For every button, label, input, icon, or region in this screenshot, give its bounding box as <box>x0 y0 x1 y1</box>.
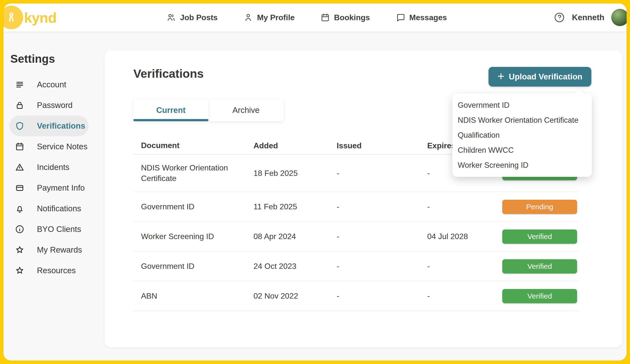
nav-right: Kenneth <box>554 3 620 31</box>
sidebar-list: Account Password Verifications Service N… <box>4 74 104 281</box>
header-document: Document <box>134 140 254 151</box>
credit-card-icon <box>15 183 24 193</box>
sidebar-item-label: Verifications <box>37 121 85 131</box>
nav-item-label: My Profile <box>257 13 294 22</box>
tab-current[interactable]: Current <box>134 99 208 121</box>
avatar[interactable] <box>611 9 626 26</box>
cell-issued: - <box>337 202 427 211</box>
sidebar-item-incidents[interactable]: Incidents <box>9 157 88 178</box>
sidebar-item-account[interactable]: Account <box>9 74 88 95</box>
nav-item-job-posts[interactable]: Job Posts <box>166 12 218 22</box>
calendar-icon <box>15 142 24 151</box>
cell-issued: - <box>337 292 427 301</box>
sidebar-item-label: Payment Info <box>37 183 85 193</box>
nav-item-label: Messages <box>409 13 447 22</box>
menu-item-ndis-worker-orientation-certificate[interactable]: NDIS Worker Orientation Certificate <box>452 113 592 128</box>
sidebar-item-my-rewards[interactable]: My Rewards <box>9 240 88 260</box>
nav-item-my-profile[interactable]: My Profile <box>243 12 294 22</box>
cell-expires: - <box>427 262 502 271</box>
star-icon <box>15 266 24 276</box>
brand-wordmark: kynd <box>24 9 56 26</box>
cell-document: Government ID <box>134 201 254 212</box>
sidebar-item-resources[interactable]: Resources <box>9 260 88 281</box>
cell-document: ABN <box>134 291 254 301</box>
cell-issued: - <box>337 262 427 271</box>
sidebar-item-service-notes[interactable]: Service Notes <box>9 136 88 157</box>
top-navbar: kynd Job Posts My Profile Bookings Messa… <box>4 3 626 31</box>
cell-document: Worker Screening ID <box>134 231 254 242</box>
sidebar-item-label: Notifications <box>37 204 81 213</box>
cell-expires: 04 Jul 2028 <box>427 232 502 241</box>
star-icon <box>15 245 24 255</box>
nav-item-messages[interactable]: Messages <box>396 12 447 22</box>
sidebar-item-label: Service Notes <box>37 142 87 151</box>
bell-icon <box>15 204 24 214</box>
nav-item-label: Bookings <box>334 13 370 22</box>
calendar-icon <box>320 12 330 22</box>
cell-issued: - <box>337 169 427 178</box>
sidebar-item-label: BYO Clients <box>37 225 81 234</box>
table-row: ABN 02 Nov 2022 - - Verified <box>134 281 578 311</box>
app-window: kynd Job Posts My Profile Bookings Messa… <box>4 3 626 361</box>
status-badge[interactable]: Verified <box>502 259 577 274</box>
cell-added: 18 Feb 2025 <box>254 169 337 178</box>
header-issued: Issued <box>337 141 427 150</box>
page-title: Verifications <box>134 67 204 80</box>
tab-archive[interactable]: Archive <box>208 99 284 121</box>
cell-added: 11 Feb 2025 <box>254 202 337 211</box>
plus-icon: + <box>498 70 504 82</box>
list-lines-icon <box>15 80 24 89</box>
warning-triangle-icon <box>15 162 24 172</box>
chat-icon <box>396 12 405 22</box>
upload-verification-label: Upload Verification <box>509 72 582 81</box>
table-row: Worker Screening ID 08 Apr 2024 - 04 Jul… <box>134 222 578 252</box>
lock-icon <box>15 100 24 110</box>
sidebar-title: Settings <box>10 52 104 65</box>
upload-verification-menu: Government ID NDIS Worker Orientation Ce… <box>452 93 592 177</box>
sidebar-item-payment-info[interactable]: Payment Info <box>9 178 88 198</box>
menu-item-children-wwcc[interactable]: Children WWCC <box>452 143 592 158</box>
main-nav: Job Posts My Profile Bookings Messages <box>166 3 447 31</box>
shield-icon <box>15 121 24 131</box>
user-name[interactable]: Kenneth <box>572 13 604 22</box>
info-circle-icon <box>15 224 24 234</box>
cell-added: 08 Apr 2024 <box>254 232 337 241</box>
status-badge[interactable]: Pending <box>502 200 577 214</box>
menu-item-government-id[interactable]: Government ID <box>452 98 592 113</box>
brand-logo[interactable]: kynd <box>4 3 56 31</box>
sidebar-item-notifications[interactable]: Notifications <box>9 198 88 219</box>
cell-document: Government ID <box>134 261 254 272</box>
header-added: Added <box>254 141 337 150</box>
sidebar-item-label: Resources <box>37 266 76 275</box>
nav-item-label: Job Posts <box>180 13 218 22</box>
cell-expires: - <box>427 202 502 211</box>
sidebar-item-label: Incidents <box>37 163 70 172</box>
sidebar-item-label: Account <box>37 80 66 89</box>
status-badge[interactable]: Verified <box>502 289 577 303</box>
menu-item-qualification[interactable]: Qualification <box>452 128 592 143</box>
sidebar-item-verifications[interactable]: Verifications <box>9 116 88 136</box>
status-badge[interactable]: Verified <box>502 230 577 244</box>
sidebar-item-label: My Rewards <box>37 245 82 255</box>
tab-bar: Current Archive <box>134 99 284 121</box>
cell-issued: - <box>337 232 427 241</box>
cell-expires: - <box>427 292 502 301</box>
user-icon <box>243 12 253 22</box>
sidebar-item-label: Password <box>37 101 72 110</box>
menu-list: Government ID NDIS Worker Orientation Ce… <box>452 98 592 173</box>
cell-added: 24 Oct 2023 <box>254 262 337 271</box>
upload-verification-button[interactable]: + Upload Verification <box>488 67 591 87</box>
cell-document: NDIS Worker Orientation Certificate <box>134 163 254 184</box>
users-icon <box>166 12 176 22</box>
settings-sidebar: Settings Account Password Verifications … <box>4 31 104 361</box>
sidebar-item-byo-clients[interactable]: BYO Clients <box>9 219 88 240</box>
table-row: Government ID 11 Feb 2025 - - Pending <box>134 192 578 222</box>
table-row: Government ID 24 Oct 2023 - - Verified <box>134 252 578 281</box>
app-root: { "colors":{ "frame_yellow":"#FFCE00", "… <box>0 0 630 364</box>
menu-item-worker-screening-id[interactable]: Worker Screening ID <box>452 158 592 173</box>
nav-item-bookings[interactable]: Bookings <box>320 12 370 22</box>
sidebar-item-password[interactable]: Password <box>9 95 88 116</box>
menu-caret <box>574 88 585 94</box>
kynd-ribbon-icon <box>4 6 23 29</box>
help-icon[interactable] <box>554 12 565 23</box>
